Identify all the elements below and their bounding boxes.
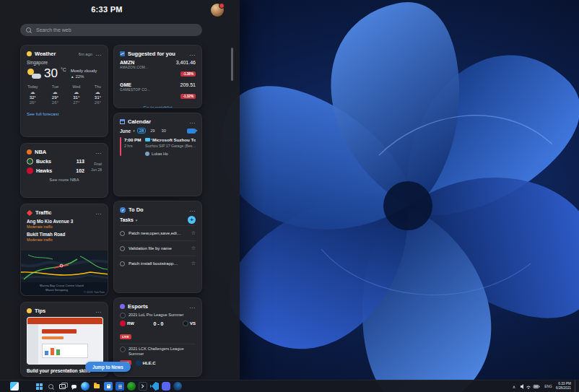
task-row[interactable]: Patch new,open,save,edi… ☆ <box>120 225 196 240</box>
traffic-widget[interactable]: Traffic … Ang Mo Kio Avenue 3 Moderate t… <box>20 204 108 296</box>
stocks-widget[interactable]: Suggested for you … AMZN AMAZON.COM… 3,4… <box>113 45 202 108</box>
route-row[interactable]: Bukit Timah Road Moderate traffic <box>27 232 102 242</box>
todo-widget[interactable]: ✓ To Do … Tasks ▾ + Patch new,open,save,… <box>113 201 202 293</box>
search-icon <box>26 27 31 32</box>
search-input[interactable] <box>35 27 196 33</box>
match-score: 0 - 0 <box>153 321 163 326</box>
widget-menu-button[interactable]: … <box>95 211 102 214</box>
weather-location: Singapore <box>27 60 102 65</box>
chevron-down-icon: ▾ <box>133 129 135 133</box>
weather-title: Weather <box>35 51 56 57</box>
tips-icon <box>27 308 32 313</box>
traffic-title: Traffic <box>35 209 52 216</box>
edge-icon[interactable] <box>81 382 90 391</box>
taskbar: ∧ ENG 6:33 PM 6/28/2021 <box>0 380 579 392</box>
calendar-widget[interactable]: Calendar … June ▾ 28 29 30 7:00 PM 2 hrs… <box>113 113 202 196</box>
word-icon[interactable] <box>116 382 124 391</box>
stocks-title: Suggested for you <box>128 51 175 57</box>
basketball-icon <box>27 149 32 154</box>
chat-icon[interactable] <box>69 382 78 391</box>
esports-icon <box>120 304 125 309</box>
widget-menu-button[interactable]: … <box>189 208 196 212</box>
widget-menu-button[interactable]: … <box>189 52 196 56</box>
see-more-nba-link[interactable]: See more NBA <box>27 177 102 182</box>
start-button-icon[interactable] <box>35 382 43 391</box>
stock-name: GAMESTOP CO… <box>120 88 151 92</box>
widgets-button-icon[interactable] <box>10 382 19 391</box>
task-checkbox[interactable] <box>120 261 125 266</box>
cloud-icon: ☁ <box>74 90 79 95</box>
show-desktop-button[interactable] <box>575 380 577 392</box>
weather-precip: ▲ 22% <box>71 74 97 79</box>
day-chip[interactable]: 29 <box>148 128 157 134</box>
widget-menu-button[interactable]: … <box>189 120 196 123</box>
day-chip-selected[interactable]: 28 <box>137 128 146 134</box>
calendar-title: Calendar <box>128 118 151 125</box>
task-list-dropdown[interactable]: Tasks <box>120 217 134 222</box>
task-row[interactable]: Validation file by name ☆ <box>120 240 196 256</box>
route-row[interactable]: Ang Mo Kio Avenue 3 Moderate traffic <box>27 219 102 229</box>
live-badge: LIVE <box>120 334 131 339</box>
terminal-icon[interactable] <box>139 382 147 391</box>
star-icon[interactable]: ☆ <box>191 261 196 266</box>
stock-price: 209.51 <box>180 82 196 87</box>
rw-team-logo-icon <box>120 321 126 326</box>
star-icon[interactable]: ☆ <box>191 230 196 236</box>
partly-cloudy-icon <box>27 69 41 79</box>
stock-row[interactable]: AMZN AMAZON.COM… 3,401.46 -1.38% <box>120 60 196 78</box>
weather-updated: 6m ago <box>79 52 92 56</box>
todo-icon: ✓ <box>120 207 126 213</box>
search-bar[interactable] <box>20 24 202 36</box>
event-color-bar <box>120 137 121 156</box>
xbox-icon[interactable] <box>127 382 136 391</box>
calendar-month[interactable]: June <box>120 129 131 134</box>
go-to-watchlist-link[interactable]: Go to watchlist <box>120 105 196 108</box>
event-duration: 2 hrs <box>124 144 142 148</box>
calendar-event[interactable]: 7:00 PM 2 hrs Microsoft Suzhou Toa… Suzh… <box>120 137 196 156</box>
team-score: 102 <box>76 168 84 173</box>
task-checkbox[interactable] <box>120 246 125 251</box>
weather-condition: Mostly cloudy <box>71 69 97 73</box>
user-avatar[interactable] <box>211 4 224 17</box>
steam-icon[interactable] <box>173 382 182 391</box>
traffic-map[interactable]: Marina Bay Cruise Centre Island Mount Se… <box>21 251 108 295</box>
store-icon[interactable] <box>104 382 113 391</box>
event-time: 7:00 PM <box>124 137 142 142</box>
forecast-day: Today ☁ 32° 26° <box>27 84 38 105</box>
jump-to-news-button[interactable]: Jump to News <box>85 362 131 372</box>
task-view-icon[interactable] <box>58 382 66 391</box>
widget-menu-button[interactable]: … <box>95 150 102 154</box>
vscode-icon[interactable] <box>150 382 159 391</box>
search-taskbar-icon[interactable] <box>46 382 55 391</box>
weather-widget[interactable]: Weather 6m ago … Singapore 30 °C Mostly … <box>20 45 108 137</box>
join-meeting-camera-icon[interactable] <box>187 129 196 134</box>
task-row[interactable]: Patch install bootstrapp… ☆ <box>120 256 196 271</box>
tray-clock[interactable]: 6:33 PM 6/28/2021 <box>556 382 571 391</box>
star-icon[interactable]: ☆ <box>191 245 196 251</box>
tray-status-icons[interactable] <box>519 383 541 390</box>
widget-menu-button[interactable]: … <box>189 305 196 308</box>
league-row[interactable]: 2021 LCK Challengers League Summer <box>120 347 196 357</box>
event-location: Suzhou SIP 17 Garage (Bes… <box>145 144 196 148</box>
todo-title: To Do <box>129 206 144 213</box>
tips-title: Tips <box>35 308 45 314</box>
widget-menu-button[interactable]: … <box>95 52 102 56</box>
match-row[interactable]: LIVE HLE.C <box>120 360 196 366</box>
stock-row[interactable]: GME GAMESTOP CO… 209.51 -1.32% <box>120 82 196 100</box>
nba-widget[interactable]: NBA … Bucks 113 Hawks 102 Final Jun 28 S… <box>20 143 108 198</box>
task-checkbox[interactable] <box>120 231 125 236</box>
panel-scrollbar[interactable] <box>231 48 233 81</box>
forecast-day: Tue ☁ 29° 26° <box>52 84 58 105</box>
discord-icon[interactable] <box>162 382 170 391</box>
day-chip[interactable]: 30 <box>160 128 168 134</box>
tray-overflow-chevron-icon[interactable]: ∧ <box>513 384 515 389</box>
input-language-indicator[interactable]: ENG <box>544 385 552 388</box>
esports-title: Esports <box>128 303 148 310</box>
stock-price: 3,401.46 <box>176 60 196 65</box>
match-row[interactable]: RW 0 - 0 VS <box>120 321 196 326</box>
add-task-button[interactable]: + <box>188 216 196 224</box>
widget-menu-button[interactable]: … <box>95 309 102 313</box>
league-row[interactable]: 2021 LoL Pro League Summer <box>120 313 196 318</box>
see-full-forecast-link[interactable]: See full forecast <box>27 111 102 116</box>
file-explorer-icon[interactable] <box>92 382 101 391</box>
